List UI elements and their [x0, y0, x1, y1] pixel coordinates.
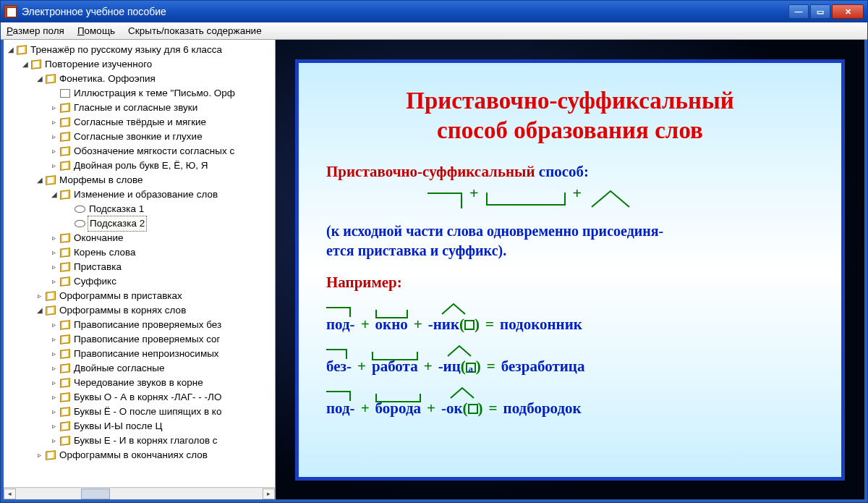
- menubar: Размер поляdocument.currentScript.previo…: [1, 22, 867, 40]
- scroll-track[interactable]: [16, 489, 263, 499]
- book-icon: [60, 276, 70, 286]
- book-icon: [60, 363, 70, 373]
- tree-view[interactable]: ◢Тренажёр по русскому языку для 6 класса…: [4, 40, 275, 487]
- ex1-root: окно: [375, 303, 408, 334]
- tree-item[interactable]: ▹Суффикс: [47, 274, 275, 289]
- example-row-1: под- + окно + -ник() = подоконник: [326, 302, 814, 334]
- maximize-button[interactable]: ▭: [810, 4, 830, 19]
- example-row-3: под- + борода + -ок() = подбородок: [326, 386, 814, 418]
- ex1-suffix: -ник(): [428, 303, 480, 334]
- window-controls: — ▭ ✕: [788, 4, 864, 19]
- horizontal-scrollbar[interactable]: ◂ ▸: [4, 487, 275, 499]
- client-area: ◢Тренажёр по русскому языку для 6 класса…: [1, 40, 867, 502]
- example-label: Например:: [326, 274, 814, 292]
- book-icon: [60, 103, 70, 112]
- tree-item[interactable]: ▹Чередование звуков в корне: [47, 376, 275, 390]
- example-row-2: без- + работа + -иц(а) = безработица: [326, 344, 814, 376]
- book-icon: [60, 436, 70, 445]
- slide: Приставочно-суффиксальный способ образов…: [295, 59, 845, 481]
- tree-item[interactable]: ▹Буквы Е - И в корнях глаголов с: [47, 434, 275, 448]
- book-icon: [60, 334, 70, 344]
- tree-item[interactable]: ▹Правописание проверяемых без: [47, 318, 275, 332]
- hint-icon: [75, 206, 85, 213]
- book-icon: [46, 291, 56, 300]
- tree-item[interactable]: ▹Обозначение мягкости согласных с: [47, 144, 275, 158]
- content-pane: Приставочно-суффиксальный способ образов…: [276, 40, 864, 499]
- book-icon: [60, 407, 70, 416]
- tree-item[interactable]: ▹Буквы И-Ы после Ц: [47, 419, 275, 434]
- book-icon: [60, 190, 70, 199]
- tree-item-hint1[interactable]: Подсказка 1: [61, 202, 275, 216]
- ex1-result: подоконник: [500, 316, 582, 334]
- tree-item[interactable]: ▹Двойные согласные: [47, 361, 275, 376]
- slide-note: (к исходной части слова одновременно при…: [326, 221, 814, 261]
- ending-box-icon: а: [466, 363, 476, 373]
- book-icon: [60, 233, 70, 242]
- app-window: Электронное учебное пособие — ▭ ✕ Размер…: [0, 0, 868, 503]
- menu-help[interactable]: Помощь: [77, 25, 115, 36]
- tree-item[interactable]: ▹Приставка: [47, 260, 275, 274]
- tree-item[interactable]: ▹Двойная роль букв Е, Ё, Ю, Я: [47, 158, 275, 173]
- ex3-suffix: -ок(): [441, 386, 483, 418]
- window-title: Электронное учебное пособие: [22, 6, 788, 17]
- book-icon: [46, 74, 56, 83]
- tree-item[interactable]: ◢Повторение изученного: [18, 57, 275, 72]
- ex2-result: безработица: [501, 358, 585, 376]
- book-icon: [46, 450, 56, 460]
- ex1-prefix: под-: [326, 303, 355, 334]
- page-icon: [60, 89, 70, 98]
- scroll-left-button[interactable]: ◂: [4, 489, 16, 499]
- book-icon: [17, 45, 27, 54]
- book-icon: [60, 421, 70, 431]
- root-symbol: [486, 193, 566, 206]
- app-icon: [4, 5, 17, 18]
- ex2-root: работа: [372, 345, 418, 376]
- tree-item[interactable]: ▹Согласные твёрдые и мягкие: [47, 115, 275, 130]
- book-icon: [60, 248, 70, 257]
- tree-item[interactable]: ▹Орфограммы в окончаниях слов: [33, 448, 275, 462]
- tree-item[interactable]: Иллюстрация к теме "Письмо. Орф: [47, 86, 275, 101]
- tree-item[interactable]: ▹Буквы О - А в корнях -ЛАГ- - -ЛО: [47, 390, 275, 405]
- tree-root[interactable]: ◢Тренажёр по русскому языку для 6 класса: [4, 43, 275, 57]
- book-icon: [46, 305, 56, 315]
- book-icon: [60, 378, 70, 387]
- prefix-symbol: [427, 193, 462, 208]
- titlebar: Электронное учебное пособие — ▭ ✕: [1, 1, 867, 22]
- tree-item[interactable]: ▹Буквы Ё - О после шипящих в ко: [47, 405, 275, 419]
- tree-item-hint2-selected[interactable]: Подсказка 2: [61, 216, 275, 231]
- tree-item[interactable]: ▹Гласные и согласные звуки: [47, 101, 275, 115]
- ex3-prefix: под-: [326, 386, 355, 418]
- scroll-right-button[interactable]: ▸: [263, 489, 275, 499]
- toc-sidebar: ◢Тренажёр по русскому языку для 6 класса…: [4, 40, 276, 499]
- ending-box-icon: [468, 404, 478, 414]
- tree-item[interactable]: ▹Согласные звонкие и глухие: [47, 130, 275, 144]
- tree-item[interactable]: ◢Фонетика. Орфоэпия: [33, 72, 275, 86]
- tree-item[interactable]: ◢Изменение и образование слов: [47, 187, 275, 202]
- ex3-root: борода: [375, 386, 421, 418]
- hint-icon: [75, 220, 85, 227]
- scroll-thumb[interactable]: [81, 489, 110, 499]
- minimize-button[interactable]: —: [788, 4, 809, 19]
- suffix-symbol: [589, 188, 632, 208]
- book-icon: [60, 161, 70, 170]
- book-icon: [60, 146, 70, 156]
- book-icon: [60, 262, 70, 271]
- book-icon: [60, 320, 70, 329]
- ending-box-icon: [464, 320, 475, 330]
- tree-item[interactable]: ▹Правописание непроизносимых: [47, 347, 275, 361]
- tree-item[interactable]: ◢Орфограммы в корнях слов: [33, 303, 275, 318]
- tree-item[interactable]: ◢Морфемы в слове: [33, 173, 275, 187]
- book-icon: [60, 392, 70, 402]
- tree-item[interactable]: ▹Корень слова: [47, 245, 275, 260]
- close-button[interactable]: ✕: [832, 4, 864, 19]
- slide-subtitle: Приставочно-суффиксальный способ:: [326, 163, 814, 181]
- book-icon: [60, 117, 70, 127]
- tree-item[interactable]: ▹Орфограммы в приставках: [33, 289, 275, 303]
- tree-item[interactable]: ▹Окончание: [47, 231, 275, 245]
- menu-toggle-toc[interactable]: Скрыть/показать содержание: [128, 25, 262, 36]
- slide-title: Приставочно-суффиксальный способ образов…: [326, 86, 814, 146]
- ex3-result: подбородок: [503, 400, 582, 418]
- ex2-prefix: без-: [326, 345, 352, 376]
- tree-item[interactable]: ▹Правописание проверяемых сог: [47, 332, 275, 347]
- menu-field-size[interactable]: Размер поляdocument.currentScript.previo…: [7, 25, 64, 36]
